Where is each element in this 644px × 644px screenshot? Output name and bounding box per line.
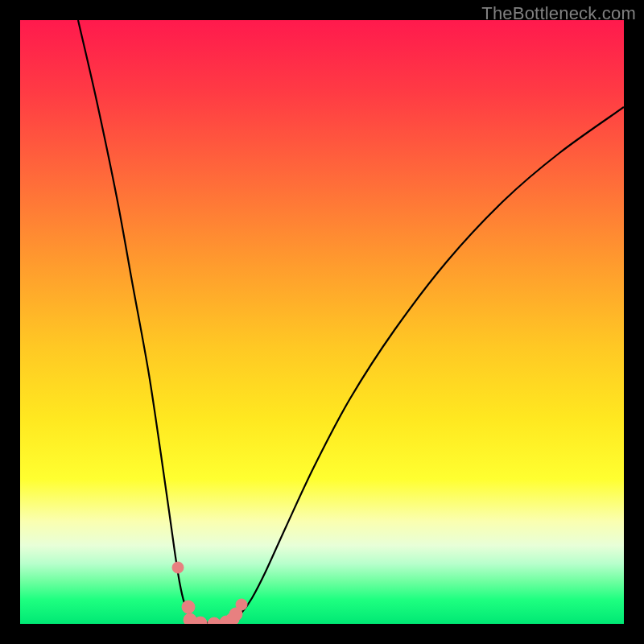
- curve-marker: [208, 617, 221, 624]
- watermark-text: TheBottleneck.com: [481, 3, 636, 24]
- chart-plot-area: [20, 20, 624, 624]
- curve-marker: [182, 601, 195, 613]
- curve-marker: [236, 599, 247, 610]
- chart-svg: [20, 20, 624, 624]
- curve-markers: [172, 562, 247, 624]
- curve-marker: [172, 562, 184, 573]
- bottleneck-curve: [78, 20, 624, 623]
